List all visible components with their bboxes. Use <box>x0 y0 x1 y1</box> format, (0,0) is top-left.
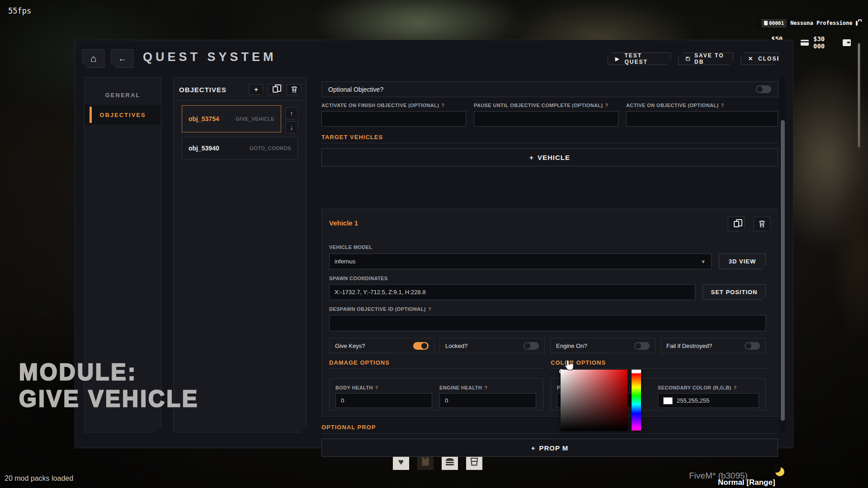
module-watermark: MODULE: GIVE VEHICLE <box>19 359 199 413</box>
give-keys-toggle-box: Give Keys? <box>329 338 434 353</box>
objective-editor: Optional Objective? ACTIVATE ON FINISH O… <box>321 77 778 432</box>
id-icon <box>764 21 768 25</box>
sidebar-item-general[interactable]: GENERAL <box>85 85 161 105</box>
plus-icon: + <box>531 444 536 452</box>
locked-toggle-box: Locked? <box>439 338 545 353</box>
watermark-line2: GIVE VEHICLE <box>19 385 199 412</box>
field-label: PAUSE UNTIL OBJECTIVE COMPLETE (OPTIONAL… <box>474 103 609 108</box>
move-down-button[interactable]: ↓ <box>285 121 298 133</box>
optional-prop-title: OPTIONAL PROP <box>321 424 376 431</box>
objective-id: obj_53940 <box>189 145 219 152</box>
vehicle-model-label: VEHICLE MODEL <box>329 244 373 250</box>
secondary-color-swatch[interactable] <box>663 397 673 404</box>
bank-card-icon <box>801 40 809 46</box>
field-label: ACTIVE ON OBJECTIVE (OPTIONAL)? <box>626 103 724 108</box>
secondary-color-input[interactable]: 255,255,255 <box>658 393 759 408</box>
activate-on-finish-input[interactable] <box>321 111 466 127</box>
saturation-value-area[interactable] <box>561 370 627 431</box>
engine-on-toggle-box: Engine On? <box>550 338 656 353</box>
objectives-header: OBJECTIVES + <box>174 78 306 101</box>
optional-objective-row: Optional Objective? <box>321 81 778 97</box>
delete-vehicle-button[interactable] <box>754 216 770 231</box>
objective-row: obj_53940 GOTO_COORDS <box>182 137 298 160</box>
vehicle-card: Vehicle 1 VEHICLE MODEL infernus ▼ 3D VI… <box>321 209 778 417</box>
cash-amount: $30 000 <box>813 35 838 50</box>
vehicle-name: Vehicle 1 <box>329 219 358 227</box>
plus-icon: + <box>254 86 258 93</box>
spawn-coordinates-input[interactable]: X:-1732.7, Y:-712.5, Z:9.1, H:228.8 <box>329 284 695 300</box>
optional-objective-toggle[interactable] <box>756 85 771 93</box>
copy-icon <box>734 221 739 227</box>
range-label: Normal [Range] <box>718 478 775 487</box>
briefcase-icon <box>856 21 858 26</box>
close-icon: ✕ <box>748 56 754 62</box>
add-vehicle-button[interactable]: + VEHICLE <box>321 148 778 166</box>
player-id-badge: 00001 <box>761 19 787 28</box>
player-info-bar: 00001 Nessuna Professione <box>758 17 851 29</box>
mouse-cursor <box>564 360 574 371</box>
reorder-controls: ↑ ↓ <box>285 107 298 133</box>
copy-objective-button[interactable] <box>268 84 283 95</box>
set-position-button[interactable]: SET POSITION <box>703 284 766 300</box>
engine-on-toggle[interactable] <box>634 342 650 350</box>
arrow-down-icon: ↓ <box>290 124 293 131</box>
scrollbar-thumb[interactable] <box>781 120 785 421</box>
close-button[interactable]: ✕ CLOSE <box>741 52 778 65</box>
home-button[interactable]: ⌂ <box>82 49 104 68</box>
objective-type: GOTO_COORDS <box>250 145 291 151</box>
help-icon[interactable]: ? <box>428 306 431 312</box>
scrollbar-track[interactable] <box>780 77 786 432</box>
help-icon[interactable]: ? <box>484 385 487 390</box>
home-icon: ⌂ <box>90 53 96 65</box>
add-prop-button[interactable]: + PROP M <box>321 439 778 457</box>
objective-id: obj_53754 <box>189 115 219 122</box>
active-on-objective-input[interactable] <box>626 111 778 127</box>
engine-health-input[interactable]: 0 <box>439 393 536 408</box>
help-icon[interactable]: ? <box>721 103 724 108</box>
locked-toggle[interactable] <box>524 342 539 350</box>
back-button[interactable]: ← <box>111 49 133 68</box>
help-icon[interactable]: ? <box>605 103 609 108</box>
despawn-objective-label: DESPAWN OBJECTIVE ID (OPTIONAL)? <box>329 306 431 312</box>
hue-slider[interactable] <box>632 370 641 431</box>
help-icon[interactable]: ? <box>734 385 737 390</box>
pause-until-complete-input[interactable] <box>474 111 618 127</box>
engine-health-label: ENGINE HEALTH? <box>439 385 487 390</box>
trash-icon <box>292 86 297 93</box>
player-id: 00001 <box>769 20 784 26</box>
profession-label: Nessuna Professione <box>790 20 852 26</box>
test-quest-button[interactable]: ▶ TEST QUEST <box>608 52 671 65</box>
save-to-db-button[interactable]: SAVE TO DB <box>678 52 733 65</box>
move-up-button[interactable]: ↑ <box>285 107 298 119</box>
page-title: QUEST SYSTEM <box>143 50 277 64</box>
fail-if-destroyed-toggle[interactable] <box>745 342 760 350</box>
objective-item[interactable]: obj_53940 GOTO_COORDS <box>182 137 298 160</box>
despawn-objective-input[interactable] <box>329 315 766 331</box>
field-label: ACTIVATE ON FINISH OBJECTIVE (OPTIONAL)? <box>321 103 444 108</box>
sidebar-item-objectives[interactable]: OBJECTIVES <box>85 105 161 125</box>
objective-row: obj_53754 GIVE_VEHICLE <box>182 105 281 132</box>
delete-objective-button[interactable] <box>287 84 302 95</box>
3d-view-button[interactable]: 3D VIEW <box>719 253 766 269</box>
add-objective-button[interactable]: + <box>249 84 264 95</box>
heart-icon: ♥ <box>398 457 404 466</box>
burger-icon <box>445 458 454 465</box>
save-icon <box>686 56 690 61</box>
play-icon: ▶ <box>615 56 620 62</box>
trash-icon <box>759 221 765 227</box>
help-icon[interactable]: ? <box>375 385 378 390</box>
secondary-color-label: SECONDARY COLOR (R,G,B)? <box>658 385 737 390</box>
give-keys-toggle[interactable] <box>413 342 429 350</box>
back-arrow-icon: ← <box>118 54 127 64</box>
body-health-input[interactable]: 0 <box>335 393 432 408</box>
color-options-title: COLOR OPTIONS <box>551 359 606 366</box>
vehicle-model-select[interactable]: infernus ▼ <box>329 253 712 269</box>
help-icon[interactable]: ? <box>441 103 444 108</box>
fps-counter: 55fps <box>8 6 31 15</box>
duplicate-vehicle-button[interactable] <box>728 216 745 231</box>
drink-glass-icon <box>470 458 478 466</box>
target-vehicles-title: TARGET VEHICLES <box>321 134 383 141</box>
objective-item-selected[interactable]: obj_53754 GIVE_VEHICLE <box>182 105 281 132</box>
color-picker-cursor[interactable] <box>559 369 564 374</box>
optional-objective-label: Optional Objective? <box>328 86 383 93</box>
